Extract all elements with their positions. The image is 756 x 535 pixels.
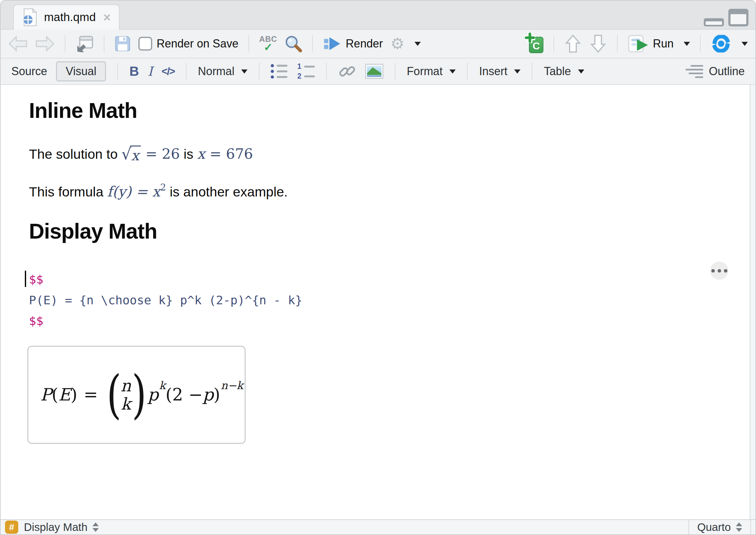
inline-math-fy: f(y) = x2	[107, 183, 166, 200]
numbered-list-icon[interactable]: 1 2	[296, 63, 315, 80]
image-icon[interactable]	[365, 64, 383, 79]
quarto-document-icon	[22, 8, 38, 26]
source-mode-button[interactable]: Source	[11, 65, 47, 78]
search-icon[interactable]	[285, 35, 302, 52]
outline-toggle[interactable]: Outline	[685, 65, 745, 78]
separator	[186, 63, 187, 80]
separator	[312, 35, 313, 52]
inline-math-x676: x = 676	[197, 146, 253, 162]
inline-code-icon[interactable]: </>	[161, 65, 175, 77]
paragraph-inline-math-2: This formula f(y) = x2 is another exampl…	[29, 183, 755, 200]
run-button[interactable]: Run	[628, 34, 674, 53]
run-label: Run	[653, 37, 674, 50]
inline-math-sqrt: √x = 26	[121, 146, 180, 162]
paragraph-inline-math-1: The solution to √x = 26 is x = 676	[29, 146, 755, 164]
paragraph-style-dropdown[interactable]: Normal	[198, 65, 247, 78]
separator	[117, 63, 118, 80]
rendered-equation: P(E) = ( nk ) pk (2 − p) n−k	[40, 374, 243, 416]
separator	[259, 63, 259, 80]
bold-icon[interactable]: B	[129, 64, 139, 79]
separator	[326, 63, 327, 80]
math-delimiter-open: $$	[29, 269, 44, 290]
separator	[395, 63, 395, 80]
separator	[617, 35, 618, 52]
pane-window-buttons	[704, 9, 748, 26]
insert-menu-caret-icon	[514, 70, 520, 73]
next-chunk-icon[interactable]	[589, 34, 607, 53]
outline-icon	[685, 65, 703, 78]
display-math-source[interactable]: $$ P(E) = {n \choose k} p^k (2-p)^{n - k…	[29, 269, 755, 331]
math-delimiter-close: $$	[29, 311, 44, 331]
render-icon	[323, 36, 341, 51]
separator	[553, 35, 554, 52]
separator	[700, 35, 701, 52]
document-format-label[interactable]: Quarto	[697, 521, 731, 533]
format-toolbar: Source Visual B I </> Normal 1 2 Format	[1, 58, 755, 85]
rstudio-source-pane: math.qmd × Render on Sav	[0, 0, 756, 535]
plus-icon	[525, 32, 535, 43]
italic-icon[interactable]: I	[148, 64, 153, 79]
forward-icon[interactable]	[35, 36, 55, 52]
tab-math-qmd[interactable]: math.qmd ×	[13, 4, 120, 30]
render-on-save-toggle[interactable]: Render on Save	[138, 37, 238, 51]
minimize-pane-icon[interactable]	[704, 18, 724, 26]
insert-menu-label: Insert	[479, 65, 507, 78]
render-on-save-label: Render on Save	[157, 37, 238, 50]
paragraph-style-value: Normal	[198, 65, 234, 78]
editor-canvas[interactable]: Inline Math The solution to √x = 26 is x…	[1, 85, 755, 519]
format-menu-caret-icon	[450, 70, 456, 73]
format-menu-label: Format	[407, 65, 443, 78]
paragraph-style-caret-icon	[241, 70, 247, 73]
render-on-save-checkbox[interactable]	[138, 37, 152, 51]
table-menu-label: Table	[544, 65, 571, 78]
render-label: Render	[346, 37, 383, 50]
block-options-ellipsis-button[interactable]	[710, 262, 728, 280]
render-settings-caret-icon[interactable]	[415, 42, 421, 46]
tab-title: math.qmd	[44, 11, 96, 24]
rerun-source-icon[interactable]	[711, 35, 732, 52]
tab-close-icon[interactable]: ×	[103, 11, 111, 24]
link-icon[interactable]	[338, 62, 356, 80]
heading-display-math: Display Math	[29, 220, 755, 242]
run-options-caret-icon[interactable]	[684, 42, 690, 46]
render-button[interactable]: Render	[323, 36, 383, 51]
current-block-label[interactable]: Display Math	[24, 521, 87, 533]
separator	[532, 63, 533, 80]
insert-chunk-button[interactable]: C	[526, 34, 543, 53]
visual-mode-button[interactable]: Visual	[56, 61, 106, 81]
save-icon[interactable]	[114, 36, 131, 52]
equation-preview-card: P(E) = ( nk ) pk (2 − p) n−k	[27, 346, 246, 444]
separator	[467, 63, 468, 80]
scrollbar[interactable]	[750, 85, 755, 519]
render-settings-gear-icon[interactable]: ⚙	[390, 36, 404, 51]
text-cursor	[25, 271, 26, 287]
tab-strip: math.qmd ×	[1, 1, 755, 30]
table-menu[interactable]: Table	[544, 65, 584, 78]
format-stepper-icon[interactable]	[736, 522, 742, 532]
separator	[104, 35, 104, 52]
format-menu[interactable]: Format	[407, 65, 456, 78]
main-toolbar: Render on Save ABC ✓ Render ⚙ C	[1, 30, 755, 58]
insert-menu[interactable]: Insert	[479, 65, 520, 78]
source-options-caret-icon[interactable]	[741, 42, 748, 46]
separator	[248, 35, 249, 52]
maximize-pane-icon[interactable]	[728, 9, 748, 26]
status-bar: # Display Math Quarto	[1, 519, 755, 534]
block-stepper-icon[interactable]	[93, 522, 99, 532]
spellcheck-icon[interactable]: ABC ✓	[259, 35, 277, 52]
bullet-list-icon[interactable]	[271, 64, 287, 79]
separator	[688, 520, 689, 534]
open-in-new-window-icon[interactable]	[75, 35, 94, 52]
table-menu-caret-icon	[578, 70, 584, 73]
separator	[65, 35, 65, 52]
heading-block-icon: #	[5, 521, 18, 534]
previous-chunk-icon[interactable]	[564, 34, 582, 53]
back-icon[interactable]	[8, 36, 28, 52]
latex-source-line: P(E) = {n \choose k} p^k (2-p)^{n - k}	[29, 290, 755, 311]
heading-inline-math: Inline Math	[29, 99, 755, 122]
outline-label: Outline	[709, 65, 745, 78]
separator	[750, 520, 751, 534]
run-icon	[628, 34, 649, 53]
